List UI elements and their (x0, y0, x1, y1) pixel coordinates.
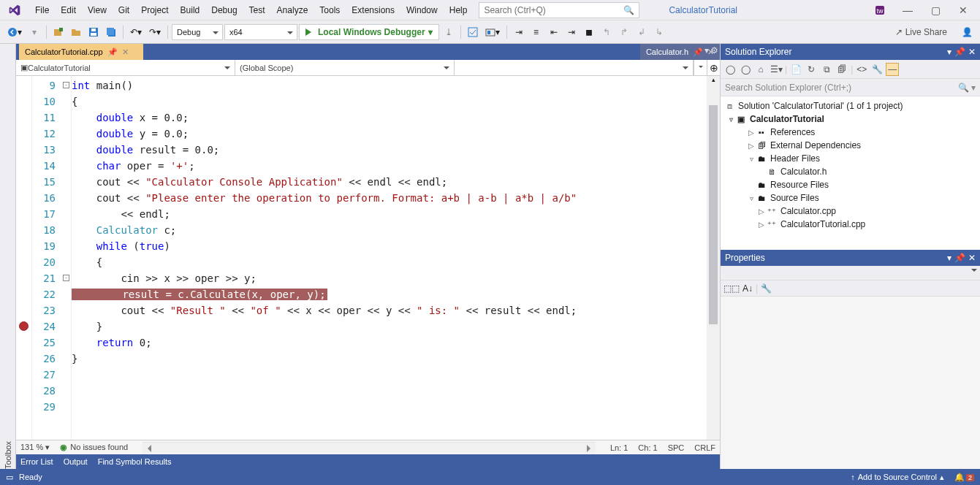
menu-extensions[interactable]: Extensions (346, 2, 400, 18)
col-indicator[interactable]: Ch: 1 (638, 443, 657, 452)
platform-combo[interactable]: x64 (224, 24, 297, 40)
ico-6[interactable]: ⇥ (563, 24, 580, 40)
ico-2[interactable]: ▾ (482, 24, 503, 40)
prop-az-icon[interactable]: A↓ (742, 283, 753, 294)
nav-scope-combo[interactable]: (Global Scope) (235, 60, 455, 75)
maximize-button[interactable]: ▢ (929, 4, 942, 17)
se-search-box[interactable]: Search Solution Explorer (Ctrl+;)🔍 ▾ (721, 79, 980, 96)
start-debug-button[interactable]: Local Windows Debugger ▾ (299, 24, 439, 40)
live-share-button[interactable]: ↗ Live Share (889, 27, 953, 37)
bottom-tab[interactable]: Find Symbol Results (98, 457, 172, 466)
pin-icon[interactable]: 📌 (107, 47, 118, 57)
tree-item[interactable]: ▿🖿Header Files (721, 152, 980, 165)
split-view-icon[interactable] (694, 60, 707, 75)
search-box[interactable]: Search (Ctrl+Q)🔍 (479, 2, 639, 18)
menu-build[interactable]: Build (175, 2, 206, 18)
menu-help[interactable]: Help (444, 2, 474, 18)
save-icon[interactable] (86, 24, 102, 40)
notifications-button[interactable]: 🔔2 (954, 473, 974, 482)
tree-item[interactable]: ▷▪▪References (721, 126, 980, 139)
solution-tree[interactable]: ⧈Solution 'CalculatorTutorial' (1 of 1 p… (721, 96, 980, 250)
bookmark-icon[interactable]: ◼ (581, 24, 597, 40)
eol-indicator[interactable]: CRLF (694, 443, 715, 452)
nav-project-combo[interactable]: ▣ CalculatorTutorial (16, 60, 235, 75)
properties-header[interactable]: Properties▾📌✕ (721, 250, 980, 266)
active-doc-tab[interactable]: CalculatorTutorial.cpp📌✕ (19, 44, 143, 60)
new-project-icon[interactable] (50, 24, 67, 40)
se-collapse-icon[interactable]: ⧉ (820, 63, 833, 76)
open-file-icon[interactable] (68, 24, 84, 40)
tree-item[interactable]: 🗎Calculator.h (721, 165, 980, 178)
se-close-icon[interactable]: ✕ (968, 47, 976, 57)
expand-icon[interactable]: ⊕ (707, 60, 720, 75)
bottom-tab[interactable]: Output (64, 457, 88, 466)
se-prop-icon[interactable]: 🔧 (870, 63, 884, 76)
tree-item[interactable]: 🖿Resource Files (721, 178, 980, 191)
ico-10[interactable]: ↳ (651, 24, 667, 40)
ico-5[interactable]: ⇤ (546, 24, 562, 40)
menu-analyze[interactable]: Analyze (271, 2, 314, 18)
nav-back-button[interactable]: ▾ (4, 24, 25, 40)
line-indicator[interactable]: Ln: 1 (610, 443, 628, 452)
tree-item[interactable]: ▿🖿Source Files (721, 191, 980, 205)
menu-window[interactable]: Window (400, 2, 444, 18)
prop-cat-icon[interactable]: ⬚⬚ (723, 283, 740, 294)
ico-8[interactable]: ↱ (616, 24, 632, 40)
horizontal-scrollbar[interactable] (143, 442, 596, 454)
fold-toggle-icon[interactable]: - (63, 82, 69, 88)
ico-4[interactable]: ≡ (528, 24, 544, 40)
se-sync-icon[interactable]: 📄 (789, 63, 802, 76)
tree-item[interactable]: ▷⁺⁺Calculator.cpp (721, 205, 980, 218)
save-all-icon[interactable] (103, 24, 119, 40)
tab-gear-icon[interactable]: ⚙ (710, 45, 718, 56)
menu-file[interactable]: File (29, 2, 55, 18)
se-refresh-icon[interactable]: ↻ (805, 63, 818, 76)
ico-1[interactable] (465, 24, 481, 40)
nav-fwd-button[interactable]: ▾ (26, 24, 42, 40)
bottom-tab[interactable]: Error List (20, 457, 53, 466)
tree-project[interactable]: ▿▣CalculatorTutorial (721, 112, 980, 126)
close-button[interactable]: ✕ (957, 4, 970, 17)
prop-selector[interactable] (721, 266, 980, 280)
se-code-icon[interactable]: <> (855, 63, 868, 76)
source-control-button[interactable]: ↑ Add to Source Control ▴ (851, 473, 944, 482)
menu-view[interactable]: View (82, 2, 113, 18)
ico-3[interactable]: ⇥ (511, 24, 527, 40)
tree-solution-root[interactable]: ⧈Solution 'CalculatorTutorial' (1 of 1 p… (721, 99, 980, 112)
se-switch-icon[interactable]: ☰▾ (770, 63, 783, 76)
solution-explorer-header[interactable]: Solution Explorer▾📌✕ (721, 44, 980, 60)
breakpoint-icon[interactable] (19, 321, 29, 331)
se-pin-icon[interactable]: 📌 (954, 47, 965, 57)
se-preview-icon[interactable]: — (886, 63, 899, 76)
fold-toggle-icon[interactable]: - (63, 275, 69, 281)
redo-icon[interactable]: ↷▾ (146, 24, 164, 40)
minimize-button[interactable]: — (901, 4, 914, 17)
undo-icon[interactable]: ↶▾ (127, 24, 145, 40)
code-editor[interactable]: 9101112131415161718192021222324252627282… (16, 76, 720, 440)
menu-edit[interactable]: Edit (55, 2, 82, 18)
close-tab-icon[interactable]: ✕ (122, 47, 129, 57)
se-menu-icon[interactable]: ▾ (947, 47, 951, 57)
user-icon[interactable]: 👤 (959, 24, 976, 40)
indent-indicator[interactable]: SPC (668, 443, 685, 452)
config-combo[interactable]: Debug (172, 24, 223, 40)
menu-git[interactable]: Git (113, 2, 135, 18)
fold-gutter[interactable]: -- (61, 76, 72, 440)
vertical-scrollbar[interactable]: ▴ (707, 76, 720, 440)
window-icon[interactable]: ▭ (6, 473, 13, 482)
toolbox-sidebar-tab[interactable]: Toolbox (0, 44, 16, 469)
breakpoint-gutter[interactable] (16, 76, 32, 440)
menu-test[interactable]: Test (243, 2, 271, 18)
tree-item[interactable]: ▷🗐External Dependencies (721, 139, 980, 152)
issues-status[interactable]: ◉No issues found (60, 443, 128, 452)
code-content[interactable]: int main(){ double x = 0.0; double y = 0… (72, 76, 707, 440)
step-icon[interactable]: ⤓ (441, 24, 457, 40)
zoom-level[interactable]: 131 % ▾ (20, 443, 50, 452)
tab-dropdown-icon[interactable]: ▾ (704, 45, 709, 56)
se-home-icon[interactable]: ⌂ (754, 63, 767, 76)
se-back-icon[interactable]: ◯ (723, 63, 737, 76)
nav-member-combo[interactable] (455, 60, 694, 75)
tree-item[interactable]: ▷⁺⁺CalculatorTutorial.cpp (721, 218, 980, 231)
menu-project[interactable]: Project (135, 2, 174, 18)
se-showall-icon[interactable]: 🗐 (835, 63, 848, 76)
